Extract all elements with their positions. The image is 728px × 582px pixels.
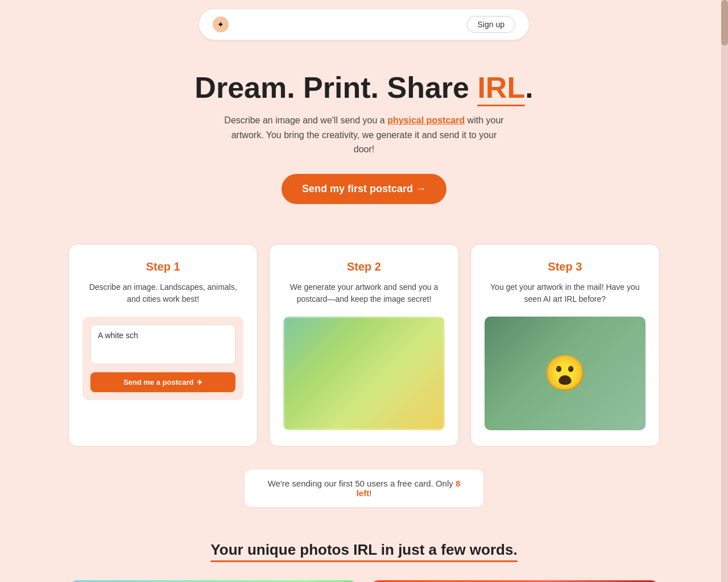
logo: ✦ — [213, 16, 229, 32]
promo-box: We're sending our first 50 users a free … — [245, 469, 483, 507]
promo-text-after: ! — [369, 488, 371, 498]
navbar: ✦ Sign up — [199, 9, 529, 40]
cta-button[interactable]: Send my first postcard → — [282, 174, 446, 204]
physical-postcard-link[interactable]: physical postcard — [387, 115, 465, 125]
scrollbar[interactable] — [721, 0, 728, 582]
step-2-image — [283, 317, 444, 430]
step-3-decoration — [485, 317, 646, 430]
bottom-section: Your unique photos IRL in just a few wor… — [57, 530, 671, 582]
step-2-artwork — [283, 317, 444, 430]
hero-subtitle: Describe an image and we'll send you a p… — [222, 113, 506, 157]
send-icon — [197, 378, 202, 386]
step-1-desc: Describe an image. Landscapes, animals, … — [82, 281, 243, 305]
step-1-send-button[interactable]: Send me a postcard — [90, 372, 235, 392]
step-2-title: Step 2 — [283, 260, 444, 273]
bottom-title-wrapper: Your unique photos IRL in just a few wor… — [68, 541, 660, 563]
step-1-form: A white sch Send me a postcard — [82, 317, 243, 400]
step-3-desc: You get your artwork in the mail! Have y… — [485, 281, 646, 305]
step-3-card: Step 3 You get your artwork in the mail!… — [470, 244, 660, 447]
step-2-desc: We generate your artwork and send you a … — [283, 281, 444, 305]
step-3-title: Step 3 — [485, 260, 646, 273]
hero-title-irl: IRL — [477, 72, 525, 104]
step-1-card: Step 1 Describe an image. Landscapes, an… — [68, 244, 258, 447]
signup-button[interactable]: Sign up — [467, 16, 515, 33]
hero-title: Dream. Print. Share IRL. — [11, 72, 717, 104]
step-1-textarea[interactable]: A white sch — [90, 325, 235, 364]
promo-banner: We're sending our first 50 users a free … — [245, 469, 483, 507]
step-3-image — [485, 317, 646, 430]
step-1-title: Step 1 — [82, 260, 243, 273]
hero-title-period: . — [525, 71, 533, 104]
hero-title-part1: Dream. Print. Share — [195, 71, 477, 104]
send-btn-label: Send me a postcard — [123, 378, 194, 386]
steps-container: Step 1 Describe an image. Landscapes, an… — [57, 244, 671, 447]
logo-icon: ✦ — [213, 16, 229, 32]
subtitle-part1: Describe an image and we'll send you a — [224, 115, 387, 125]
promo-text-before: We're sending our first 50 users a free … — [268, 479, 456, 488]
bottom-title: Your unique photos IRL in just a few wor… — [210, 541, 517, 559]
scrollbar-thumb[interactable] — [721, 0, 728, 45]
hero-section: Dream. Print. Share IRL. Describe an ima… — [0, 49, 728, 221]
step-2-card: Step 2 We generate your artwork and send… — [269, 244, 458, 447]
